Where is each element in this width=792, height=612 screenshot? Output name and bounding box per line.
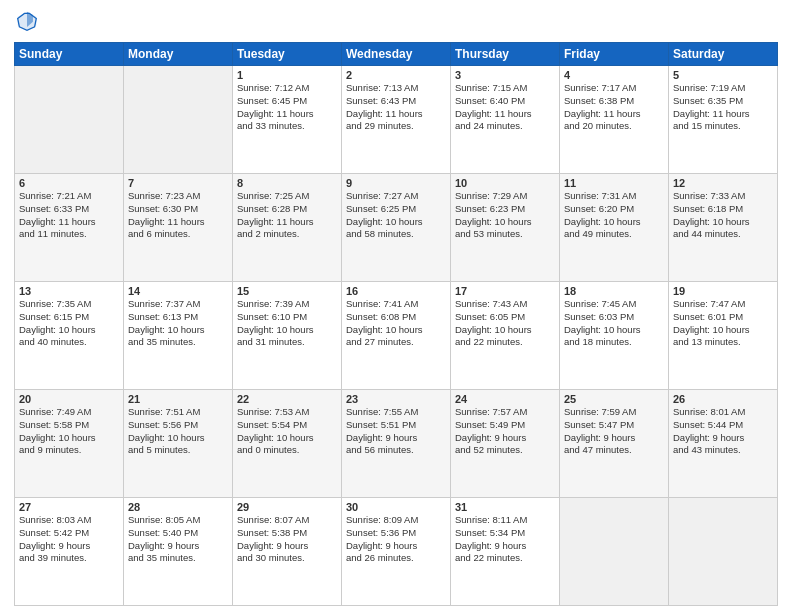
day-info: Sunrise: 8:05 AM Sunset: 5:40 PM Dayligh…	[128, 514, 228, 565]
day-info: Sunrise: 7:43 AM Sunset: 6:05 PM Dayligh…	[455, 298, 555, 349]
calendar-cell: 19Sunrise: 7:47 AM Sunset: 6:01 PM Dayli…	[669, 282, 778, 390]
page: SundayMondayTuesdayWednesdayThursdayFrid…	[0, 0, 792, 612]
day-info: Sunrise: 7:12 AM Sunset: 6:45 PM Dayligh…	[237, 82, 337, 133]
calendar-header-saturday: Saturday	[669, 43, 778, 66]
calendar-cell: 7Sunrise: 7:23 AM Sunset: 6:30 PM Daylig…	[124, 174, 233, 282]
calendar-header-thursday: Thursday	[451, 43, 560, 66]
day-number: 21	[128, 393, 228, 405]
calendar-cell: 9Sunrise: 7:27 AM Sunset: 6:25 PM Daylig…	[342, 174, 451, 282]
calendar-header-sunday: Sunday	[15, 43, 124, 66]
day-info: Sunrise: 7:51 AM Sunset: 5:56 PM Dayligh…	[128, 406, 228, 457]
calendar-cell: 26Sunrise: 8:01 AM Sunset: 5:44 PM Dayli…	[669, 390, 778, 498]
day-number: 31	[455, 501, 555, 513]
day-info: Sunrise: 7:27 AM Sunset: 6:25 PM Dayligh…	[346, 190, 446, 241]
day-number: 3	[455, 69, 555, 81]
calendar-cell: 21Sunrise: 7:51 AM Sunset: 5:56 PM Dayli…	[124, 390, 233, 498]
day-number: 20	[19, 393, 119, 405]
calendar-cell: 25Sunrise: 7:59 AM Sunset: 5:47 PM Dayli…	[560, 390, 669, 498]
day-number: 4	[564, 69, 664, 81]
day-info: Sunrise: 8:11 AM Sunset: 5:34 PM Dayligh…	[455, 514, 555, 565]
calendar-cell: 29Sunrise: 8:07 AM Sunset: 5:38 PM Dayli…	[233, 498, 342, 606]
day-info: Sunrise: 8:03 AM Sunset: 5:42 PM Dayligh…	[19, 514, 119, 565]
calendar-cell: 24Sunrise: 7:57 AM Sunset: 5:49 PM Dayli…	[451, 390, 560, 498]
calendar-cell: 27Sunrise: 8:03 AM Sunset: 5:42 PM Dayli…	[15, 498, 124, 606]
day-number: 18	[564, 285, 664, 297]
day-number: 6	[19, 177, 119, 189]
calendar-week-5: 27Sunrise: 8:03 AM Sunset: 5:42 PM Dayli…	[15, 498, 778, 606]
day-info: Sunrise: 7:35 AM Sunset: 6:15 PM Dayligh…	[19, 298, 119, 349]
day-number: 14	[128, 285, 228, 297]
calendar-cell	[15, 66, 124, 174]
calendar-week-1: 1Sunrise: 7:12 AM Sunset: 6:45 PM Daylig…	[15, 66, 778, 174]
calendar-cell: 13Sunrise: 7:35 AM Sunset: 6:15 PM Dayli…	[15, 282, 124, 390]
calendar-table: SundayMondayTuesdayWednesdayThursdayFrid…	[14, 42, 778, 606]
calendar-cell: 28Sunrise: 8:05 AM Sunset: 5:40 PM Dayli…	[124, 498, 233, 606]
logo-icon	[16, 10, 38, 32]
day-info: Sunrise: 7:39 AM Sunset: 6:10 PM Dayligh…	[237, 298, 337, 349]
calendar-week-3: 13Sunrise: 7:35 AM Sunset: 6:15 PM Dayli…	[15, 282, 778, 390]
day-info: Sunrise: 7:57 AM Sunset: 5:49 PM Dayligh…	[455, 406, 555, 457]
calendar-header-row: SundayMondayTuesdayWednesdayThursdayFrid…	[15, 43, 778, 66]
calendar-cell: 17Sunrise: 7:43 AM Sunset: 6:05 PM Dayli…	[451, 282, 560, 390]
day-number: 27	[19, 501, 119, 513]
calendar-cell: 8Sunrise: 7:25 AM Sunset: 6:28 PM Daylig…	[233, 174, 342, 282]
day-number: 26	[673, 393, 773, 405]
day-number: 10	[455, 177, 555, 189]
calendar-cell: 4Sunrise: 7:17 AM Sunset: 6:38 PM Daylig…	[560, 66, 669, 174]
day-number: 28	[128, 501, 228, 513]
day-number: 24	[455, 393, 555, 405]
day-info: Sunrise: 7:23 AM Sunset: 6:30 PM Dayligh…	[128, 190, 228, 241]
day-number: 22	[237, 393, 337, 405]
day-info: Sunrise: 8:01 AM Sunset: 5:44 PM Dayligh…	[673, 406, 773, 457]
day-info: Sunrise: 7:47 AM Sunset: 6:01 PM Dayligh…	[673, 298, 773, 349]
day-info: Sunrise: 7:37 AM Sunset: 6:13 PM Dayligh…	[128, 298, 228, 349]
day-info: Sunrise: 7:41 AM Sunset: 6:08 PM Dayligh…	[346, 298, 446, 349]
day-number: 8	[237, 177, 337, 189]
calendar-cell: 6Sunrise: 7:21 AM Sunset: 6:33 PM Daylig…	[15, 174, 124, 282]
calendar-cell: 15Sunrise: 7:39 AM Sunset: 6:10 PM Dayli…	[233, 282, 342, 390]
calendar-header-wednesday: Wednesday	[342, 43, 451, 66]
day-number: 29	[237, 501, 337, 513]
calendar-cell: 16Sunrise: 7:41 AM Sunset: 6:08 PM Dayli…	[342, 282, 451, 390]
logo	[14, 10, 40, 36]
day-number: 11	[564, 177, 664, 189]
day-info: Sunrise: 7:15 AM Sunset: 6:40 PM Dayligh…	[455, 82, 555, 133]
day-number: 2	[346, 69, 446, 81]
calendar-week-2: 6Sunrise: 7:21 AM Sunset: 6:33 PM Daylig…	[15, 174, 778, 282]
calendar-cell: 2Sunrise: 7:13 AM Sunset: 6:43 PM Daylig…	[342, 66, 451, 174]
day-number: 9	[346, 177, 446, 189]
day-number: 15	[237, 285, 337, 297]
day-number: 25	[564, 393, 664, 405]
calendar-cell: 3Sunrise: 7:15 AM Sunset: 6:40 PM Daylig…	[451, 66, 560, 174]
day-number: 17	[455, 285, 555, 297]
day-info: Sunrise: 7:13 AM Sunset: 6:43 PM Dayligh…	[346, 82, 446, 133]
calendar-header-friday: Friday	[560, 43, 669, 66]
day-info: Sunrise: 7:21 AM Sunset: 6:33 PM Dayligh…	[19, 190, 119, 241]
calendar-cell	[124, 66, 233, 174]
header	[14, 10, 778, 36]
calendar-cell: 23Sunrise: 7:55 AM Sunset: 5:51 PM Dayli…	[342, 390, 451, 498]
day-number: 1	[237, 69, 337, 81]
calendar-cell: 10Sunrise: 7:29 AM Sunset: 6:23 PM Dayli…	[451, 174, 560, 282]
day-info: Sunrise: 7:45 AM Sunset: 6:03 PM Dayligh…	[564, 298, 664, 349]
day-number: 5	[673, 69, 773, 81]
calendar-cell: 22Sunrise: 7:53 AM Sunset: 5:54 PM Dayli…	[233, 390, 342, 498]
calendar-cell: 18Sunrise: 7:45 AM Sunset: 6:03 PM Dayli…	[560, 282, 669, 390]
day-number: 13	[19, 285, 119, 297]
calendar-header-tuesday: Tuesday	[233, 43, 342, 66]
calendar-header-monday: Monday	[124, 43, 233, 66]
day-number: 23	[346, 393, 446, 405]
day-info: Sunrise: 8:09 AM Sunset: 5:36 PM Dayligh…	[346, 514, 446, 565]
day-info: Sunrise: 7:49 AM Sunset: 5:58 PM Dayligh…	[19, 406, 119, 457]
calendar-cell: 30Sunrise: 8:09 AM Sunset: 5:36 PM Dayli…	[342, 498, 451, 606]
day-number: 16	[346, 285, 446, 297]
day-info: Sunrise: 7:31 AM Sunset: 6:20 PM Dayligh…	[564, 190, 664, 241]
calendar-cell: 20Sunrise: 7:49 AM Sunset: 5:58 PM Dayli…	[15, 390, 124, 498]
day-number: 30	[346, 501, 446, 513]
calendar-cell: 5Sunrise: 7:19 AM Sunset: 6:35 PM Daylig…	[669, 66, 778, 174]
day-info: Sunrise: 7:17 AM Sunset: 6:38 PM Dayligh…	[564, 82, 664, 133]
calendar-cell: 14Sunrise: 7:37 AM Sunset: 6:13 PM Dayli…	[124, 282, 233, 390]
calendar-cell: 31Sunrise: 8:11 AM Sunset: 5:34 PM Dayli…	[451, 498, 560, 606]
day-info: Sunrise: 7:19 AM Sunset: 6:35 PM Dayligh…	[673, 82, 773, 133]
calendar-cell: 12Sunrise: 7:33 AM Sunset: 6:18 PM Dayli…	[669, 174, 778, 282]
